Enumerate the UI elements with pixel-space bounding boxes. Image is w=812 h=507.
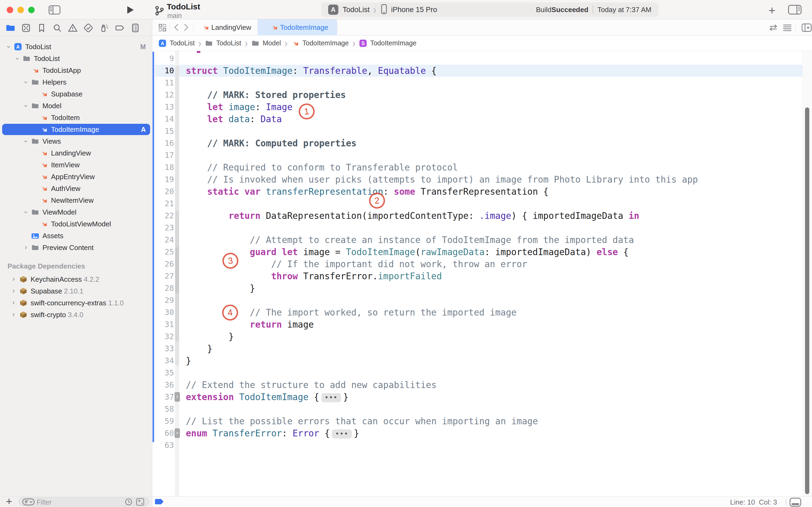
toggle-inspector-icon[interactable] — [788, 5, 802, 16]
breadcrumb-item-model-2[interactable]: Model — [251, 39, 281, 47]
breadcrumb-item-todoitemimage-4[interactable]: STodoItemImage — [359, 39, 416, 47]
sidebar-item-todolist[interactable]: TodoList — [0, 53, 152, 64]
code-line-28[interactable]: 28} — [152, 282, 802, 294]
sidebar-divider[interactable] — [152, 19, 152, 507]
source-editor[interactable]: 910struct TodoItemImage: Transferable, E… — [152, 51, 812, 496]
sidebar-item-todoitem[interactable]: TodoItem — [0, 112, 152, 123]
code-fold-chevron-icon[interactable]: › — [175, 392, 180, 402]
package-item-swift-concurrency-extras[interactable]: swift-concurrency-extras 1.1.0 — [0, 297, 152, 309]
code-line-36[interactable]: 36// Extend the structure to add new cap… — [152, 379, 802, 391]
code-line-31[interactable]: 31return image — [152, 319, 802, 331]
activity-view[interactable]: Build Succeeded Today at 7:37 AM — [536, 6, 651, 14]
filter-options-icon[interactable] — [22, 498, 35, 506]
disclosure-closed-icon[interactable] — [11, 288, 16, 295]
recent-files-clock-icon[interactable] — [125, 498, 132, 507]
code-line-34[interactable]: 34} — [152, 355, 802, 367]
code-line-35[interactable]: 35 — [152, 367, 802, 379]
code-line-32[interactable]: 32} — [152, 331, 802, 343]
scheme-device-selector[interactable]: A TodoList › iPhone 15 Pro Build Succeed… — [321, 2, 658, 17]
code-line-19[interactable]: 19// Is invoked when user picks (attempt… — [152, 173, 802, 185]
code-line-37[interactable]: 37extension TodoItemImage {•••} — [152, 391, 802, 403]
package-item-supabase[interactable]: Supabase 2.10.1 — [0, 285, 152, 297]
hide-bottom-bar-icon[interactable] — [790, 498, 801, 507]
sidebar-item-model[interactable]: Model — [0, 100, 152, 112]
code-line-26[interactable]: 26// If the important did not work, thro… — [152, 258, 802, 270]
debug-icon[interactable] — [99, 23, 109, 34]
code-line-20[interactable]: 20static var transferRepresentation: som… — [152, 185, 802, 198]
sidebar-item-itemview[interactable]: ItemView — [0, 159, 152, 171]
code-line-22[interactable]: 22return DataRepresentation(importedCont… — [152, 210, 802, 222]
breadcrumb-item-todoitemimage-3[interactable]: TodoItemImage — [291, 39, 349, 47]
sidebar-item-todolistviewmodel[interactable]: TodoListViewModel — [0, 218, 152, 230]
code-line-14[interactable]: 14let data: Data — [152, 113, 802, 125]
disclosure-open-icon[interactable] — [23, 79, 28, 86]
code-line-11[interactable]: 11 — [152, 77, 802, 89]
swap-editor-icon[interactable] — [769, 24, 778, 33]
scheme-name[interactable]: TodoList — [343, 6, 370, 14]
add-file-button[interactable]: + — [6, 496, 12, 507]
sidebar-item-views[interactable]: Views — [0, 135, 152, 147]
disclosure-closed-icon[interactable] — [11, 277, 16, 283]
sidebar-item-helpers[interactable]: Helpers — [0, 76, 152, 88]
navigate-forward-icon[interactable] — [183, 23, 189, 33]
sidebar-item-authview[interactable]: AuthView — [0, 183, 152, 194]
code-line-24[interactable]: 24// Attempt to create an instance of To… — [152, 234, 802, 246]
sidebar-item-todolist[interactable]: ATodoListM — [0, 41, 152, 53]
code-line-10[interactable]: 10struct TodoItemImage: Transferable, Eq… — [152, 65, 802, 77]
code-line-18[interactable]: 18// Required to conform to Transferable… — [152, 161, 802, 173]
code-line-15[interactable]: 15 — [152, 125, 802, 137]
navigate-back-icon[interactable] — [174, 23, 179, 33]
disclosure-open-icon[interactable] — [23, 103, 28, 110]
run-destination[interactable]: iPhone 15 Pro — [391, 6, 437, 14]
code-line-30[interactable]: 30// The import worked, so return the im… — [152, 306, 802, 319]
code-fold-chevron-icon[interactable]: › — [175, 428, 180, 438]
code-line-33[interactable]: 33} — [152, 343, 802, 355]
close-window-button[interactable] — [7, 7, 13, 13]
add-editor-icon[interactable] — [802, 23, 812, 33]
code-line-63[interactable]: 63 — [152, 439, 802, 451]
code-line-9[interactable]: 9 — [152, 53, 802, 65]
code-line-16[interactable]: 16// MARK: Computed properties — [152, 137, 802, 149]
sidebar-item-newitemview[interactable]: NewItemView — [0, 194, 152, 206]
sidebar-item-todoitemimage[interactable]: TodoItemImageA — [0, 123, 152, 135]
disclosure-closed-icon[interactable] — [11, 312, 16, 319]
disclosure-open-icon[interactable] — [23, 138, 28, 145]
code-line-23[interactable]: 23 — [152, 222, 802, 234]
line-col-indicator[interactable]: Line: 10 Col: 3 — [730, 498, 777, 506]
package-item-keychainaccess[interactable]: KeychainAccess 4.2.2 — [0, 273, 152, 285]
source-control-status-icon[interactable] — [136, 498, 144, 507]
breakpoint-icon[interactable] — [155, 499, 164, 504]
disclosure-closed-icon[interactable] — [11, 300, 16, 307]
code-line-27[interactable]: 27throw TransferError.importFailed — [152, 270, 802, 282]
tests-icon[interactable] — [83, 23, 94, 34]
editor-options-icon[interactable] — [783, 23, 792, 33]
sidebar-item-viewmodel[interactable]: ViewModel — [0, 206, 152, 218]
run-button[interactable] — [126, 6, 134, 15]
disclosure-open-icon[interactable] — [6, 44, 11, 51]
code-line-17[interactable]: 17 — [152, 149, 802, 161]
sidebar-item-supabase[interactable]: Supabase — [0, 88, 152, 100]
breadcrumb-item-todolist-0[interactable]: ATodoList — [159, 39, 195, 47]
scrollbar-thumb[interactable] — [805, 107, 809, 494]
sidebar-item-appentryview[interactable]: AppEntryView — [0, 171, 152, 183]
find-icon[interactable] — [52, 23, 62, 34]
bookmarks-icon[interactable] — [37, 23, 47, 34]
sidebar-item-assets[interactable]: Assets — [0, 230, 152, 242]
add-tab-button[interactable]: + — [768, 4, 775, 17]
sidebar-item-preview-content[interactable]: Preview Content — [0, 242, 152, 253]
code-line-59[interactable]: 59// List the possible errors that can o… — [152, 415, 802, 427]
scrollbar-track[interactable] — [802, 51, 812, 496]
package-item-swift-crypto[interactable]: swift-crypto 3.4.0 — [0, 309, 152, 321]
breadcrumb-item-todolist-1[interactable]: TodoList — [205, 39, 241, 47]
code-line-21[interactable]: 21 — [152, 198, 802, 210]
sidebar-item-landingview[interactable]: LandingView — [0, 147, 152, 159]
editor-tab-todoitemimage[interactable]: TodoItemImage — [257, 19, 337, 36]
disclosure-closed-icon[interactable] — [23, 245, 28, 251]
project-navigator-folder-icon[interactable] — [5, 23, 15, 34]
source-control-icon[interactable] — [21, 23, 31, 34]
code-line-13[interactable]: 13let image: Image — [152, 101, 802, 113]
zoom-window-button[interactable] — [28, 7, 35, 13]
disclosure-open-icon[interactable] — [14, 56, 20, 62]
code-line-25[interactable]: 25guard let image = TodoItemImage(rawIma… — [152, 246, 802, 258]
breakpoints-icon[interactable] — [114, 23, 125, 34]
